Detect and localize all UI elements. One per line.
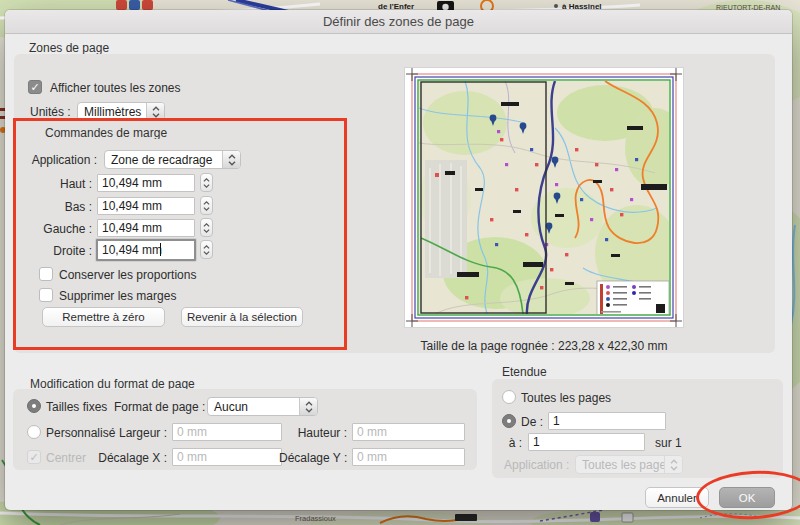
offset-y-label: Décalage Y : <box>279 451 347 465</box>
stepper-icon[interactable] <box>200 196 213 215</box>
page-preview <box>405 68 683 327</box>
to-page-input[interactable] <box>528 433 645 451</box>
all-pages-radio[interactable] <box>502 390 516 404</box>
right-margin-input[interactable] <box>96 239 196 261</box>
page-preview-map <box>405 68 683 327</box>
keep-proportions-checkbox[interactable] <box>39 267 53 281</box>
ok-button[interactable]: OK <box>719 487 775 508</box>
map-legend <box>597 281 669 317</box>
cancel-button[interactable]: Annuler <box>645 487 709 508</box>
page-format-label: Format de page : <box>114 400 205 414</box>
margin-group-label: Commandes de marge <box>45 126 167 140</box>
reset-button[interactable]: Remettre à zéro <box>42 307 165 327</box>
page-range-radio[interactable] <box>502 414 516 428</box>
width-label: Largeur : <box>115 426 167 440</box>
bottom-margin-label: Bas : <box>35 200 92 214</box>
map-poi-icon <box>129 0 140 10</box>
range-section-label: Etendue <box>502 365 547 379</box>
popup-updown-icon <box>299 398 317 415</box>
remove-margins-checkbox[interactable] <box>39 288 53 302</box>
show-all-zones-checkbox[interactable]: ✓ <box>28 80 42 94</box>
revert-selection-button[interactable]: Revenir à la sélection <box>181 307 303 327</box>
stepper-icon[interactable] <box>200 240 213 259</box>
total-pages-label: sur 1 <box>655 436 682 450</box>
offset-y-input[interactable] <box>352 448 465 466</box>
left-margin-input[interactable] <box>97 219 195 237</box>
page-format-select[interactable]: Aucun <box>207 397 318 416</box>
top-margin-label: Haut : <box>35 177 92 191</box>
popup-updown-icon <box>146 103 164 120</box>
fixed-sizes-label: Tailles fixes <box>46 400 107 414</box>
units-value: Millimètres <box>78 103 146 120</box>
stepper-icon[interactable] <box>200 218 213 237</box>
stepper-icon[interactable] <box>200 173 213 192</box>
show-all-zones-label: Afficher toutes les zones <box>50 81 181 95</box>
map-poi-icon <box>590 512 600 522</box>
define-page-zones-dialog: Définir des zones de page Zones de page … <box>5 10 792 510</box>
cropped-size-caption: Taille de la page rognée : 223,28 x 422,… <box>395 339 693 353</box>
application-select[interactable]: Zone de recadrage <box>104 150 241 169</box>
center-checkbox: ✓ <box>27 450 41 464</box>
popup-updown-icon <box>664 456 682 473</box>
center-label: Centrer <box>46 451 86 465</box>
all-pages-label: Toutes les pages <box>521 391 611 405</box>
top-margin-input[interactable] <box>97 174 195 192</box>
map-poi-icon <box>142 0 153 10</box>
width-input[interactable] <box>172 423 282 441</box>
map-poi-icon <box>116 0 127 10</box>
right-margin-label: Droite : <box>35 244 92 258</box>
keep-proportions-label: Conserver les proportions <box>59 268 196 282</box>
remove-margins-label: Supprimer les marges <box>59 289 176 303</box>
fixed-sizes-radio[interactable] <box>27 399 41 413</box>
bottom-margin-input[interactable] <box>97 197 195 215</box>
popup-updown-icon <box>222 151 240 168</box>
dialog-title: Définir des zones de page <box>323 14 474 29</box>
from-label: De : <box>521 415 543 429</box>
text-caret <box>160 243 161 256</box>
units-select[interactable]: Millimètres <box>77 102 165 121</box>
range-application-value: Toutes les pages <box>576 456 664 473</box>
to-label: à : <box>504 436 522 450</box>
application-label: Application : <box>25 153 97 167</box>
left-margin-label: Gauche : <box>35 222 92 236</box>
range-application-select: Toutes les pages <box>575 455 683 474</box>
page-format-value: Aucun <box>208 398 299 415</box>
range-application-label: Application : <box>504 458 569 472</box>
offset-x-label: Décalage X : <box>93 451 167 465</box>
custom-size-radio[interactable] <box>27 425 41 439</box>
dialog-titlebar: Définir des zones de page <box>5 10 792 34</box>
height-label: Hauteur : <box>293 426 347 440</box>
application-value: Zone de recadrage <box>105 151 222 168</box>
zones-section-label: Zones de page <box>29 41 109 55</box>
offset-x-input[interactable] <box>172 448 282 466</box>
height-input[interactable] <box>352 423 465 441</box>
from-page-input[interactable] <box>548 412 666 430</box>
map-label-fradassioux: Fradassioux <box>295 514 336 523</box>
custom-size-label: Personnalisé <box>46 426 115 440</box>
units-label: Unités : <box>30 105 71 119</box>
